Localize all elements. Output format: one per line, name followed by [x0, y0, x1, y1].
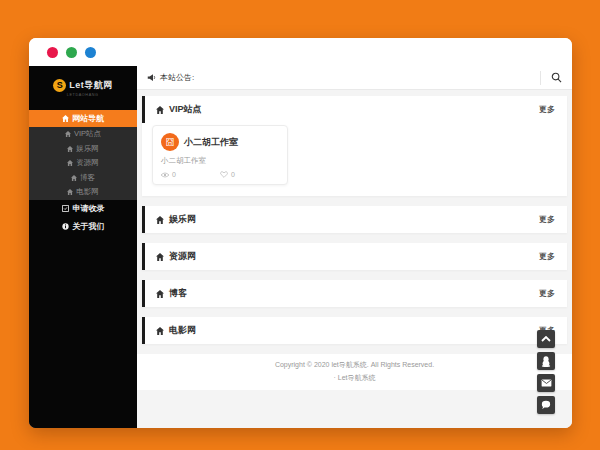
sidebar-item-resources[interactable]: 资源网 [29, 156, 137, 171]
more-link[interactable]: 更多 [539, 251, 555, 262]
apply-icon [62, 205, 69, 212]
window-maximize-dot[interactable] [85, 47, 96, 58]
section-accent-bar [142, 280, 145, 307]
sidebar-item-movies[interactable]: 电影网 [29, 185, 137, 200]
section-accent-bar [142, 243, 145, 270]
site-card-title: 小二胡工作室 [184, 136, 238, 149]
home-icon [156, 216, 164, 224]
section-accent-bar [142, 206, 145, 233]
sidebar-item-label: VIP站点 [74, 129, 101, 139]
megaphone-icon [147, 73, 156, 82]
sidebar-item-blog[interactable]: 博客 [29, 171, 137, 186]
home-icon [67, 146, 73, 152]
back-to-top-button[interactable] [537, 330, 555, 348]
home-icon [156, 253, 164, 261]
section-movies: 电影网 更多 [142, 317, 567, 344]
sidebar-item-label: 博客 [80, 173, 95, 183]
home-icon [67, 160, 73, 166]
home-icon [156, 327, 164, 335]
likes-count: 0 [231, 171, 235, 178]
heart-icon[interactable] [220, 171, 228, 178]
section-title: 资源网 [169, 250, 196, 263]
window-minimize-dot[interactable] [66, 47, 77, 58]
home-icon [156, 290, 164, 298]
announcement-bar: 本站公告: [137, 66, 572, 90]
section-resources: 资源网 更多 [142, 243, 567, 270]
logo-icon: S [53, 79, 66, 92]
section-header: 电影网 更多 [142, 317, 567, 344]
section-accent-bar [142, 317, 145, 344]
site-avatar: 囧 [161, 133, 179, 151]
sidebar-item-label: 关于我们 [73, 221, 105, 232]
section-accent-bar [142, 96, 145, 123]
section-header: 博客 更多 [142, 280, 567, 307]
sidebar-item-site-nav[interactable]: 网站导航 [29, 110, 137, 127]
section-header: 娱乐网 更多 [142, 206, 567, 233]
section-entertainment: 娱乐网 更多 [142, 206, 567, 233]
qq-contact-button[interactable] [537, 352, 555, 370]
views-count: 0 [172, 171, 176, 178]
floating-toolbar [537, 330, 555, 414]
sidebar-item-apply[interactable]: 申请收录 [29, 200, 137, 218]
sidebar-item-vip[interactable]: VIP站点 [29, 127, 137, 142]
logo[interactable]: S Let导航网 LETDAOHANG [29, 66, 137, 110]
sidebar-item-entertainment[interactable]: 娱乐网 [29, 142, 137, 157]
announcement-label: 本站公告: [160, 72, 194, 83]
chevron-up-icon [541, 336, 551, 342]
browser-window: S Let导航网 LETDAOHANG 网站导航 VIP站点 [29, 38, 572, 428]
email-button[interactable] [537, 374, 555, 392]
divider [540, 71, 541, 85]
comments-button[interactable] [537, 396, 555, 414]
home-icon [62, 115, 69, 122]
sidebar-item-label: 资源网 [76, 158, 99, 168]
logo-subtitle: LETDAOHANG [67, 93, 99, 97]
info-icon [62, 223, 69, 230]
more-link[interactable]: 更多 [539, 214, 555, 225]
section-title: 电影网 [169, 324, 196, 337]
logo-title: Let导航网 [69, 79, 113, 92]
sidebar-submenu: VIP站点 娱乐网 资源网 [29, 127, 137, 200]
page-body: S Let导航网 LETDAOHANG 网站导航 VIP站点 [29, 66, 572, 428]
card-row: 囧 小二胡工作室 小二胡工作室 0 [142, 123, 567, 196]
qq-icon [541, 356, 551, 367]
section-blog: 博客 更多 [142, 280, 567, 307]
more-link[interactable]: 更多 [539, 104, 555, 115]
section-title: VIP站点 [169, 103, 202, 116]
window-close-dot[interactable] [47, 47, 58, 58]
section-title: 娱乐网 [169, 213, 196, 226]
sidebar: S Let导航网 LETDAOHANG 网站导航 VIP站点 [29, 66, 137, 428]
comment-icon [541, 400, 551, 410]
section-vip: VIP站点 更多 囧 小二胡工作室 小二胡工作室 [142, 96, 567, 196]
home-icon [67, 189, 73, 195]
sidebar-item-label: 电影网 [76, 187, 99, 197]
sidebar-item-label: 申请收录 [73, 203, 105, 214]
content-filler [137, 390, 572, 428]
sidebar-item-about[interactable]: 关于我们 [29, 218, 137, 236]
section-header: VIP站点 更多 [142, 96, 567, 123]
site-card-subtitle: 小二胡工作室 [161, 156, 279, 166]
browser-titlebar [29, 38, 572, 66]
sections-area: VIP站点 更多 囧 小二胡工作室 小二胡工作室 [137, 90, 572, 354]
home-icon [71, 175, 77, 181]
footer-bullet: · [333, 374, 335, 381]
more-link[interactable]: 更多 [539, 288, 555, 299]
sidebar-item-label: 娱乐网 [76, 144, 99, 154]
home-icon [65, 131, 71, 137]
site-card-stats: 0 0 [161, 171, 279, 178]
search-icon[interactable] [551, 72, 562, 83]
section-title: 博客 [169, 287, 187, 300]
section-header: 资源网 更多 [142, 243, 567, 270]
mail-icon [541, 379, 552, 387]
page-footer: Copyright © 2020 let导航系统. All Rights Res… [137, 354, 572, 390]
main-content: 本站公告: VIP站点 更 [137, 66, 572, 428]
sidebar-filler [29, 236, 137, 429]
footer-link[interactable]: Let导航系统 [338, 374, 376, 381]
eye-icon [161, 172, 169, 178]
home-icon [156, 106, 164, 114]
site-card[interactable]: 囧 小二胡工作室 小二胡工作室 0 [152, 125, 288, 185]
copyright-text: Copyright © 2020 let导航系统. All Rights Res… [137, 360, 572, 370]
sidebar-item-label: 网站导航 [72, 113, 104, 124]
